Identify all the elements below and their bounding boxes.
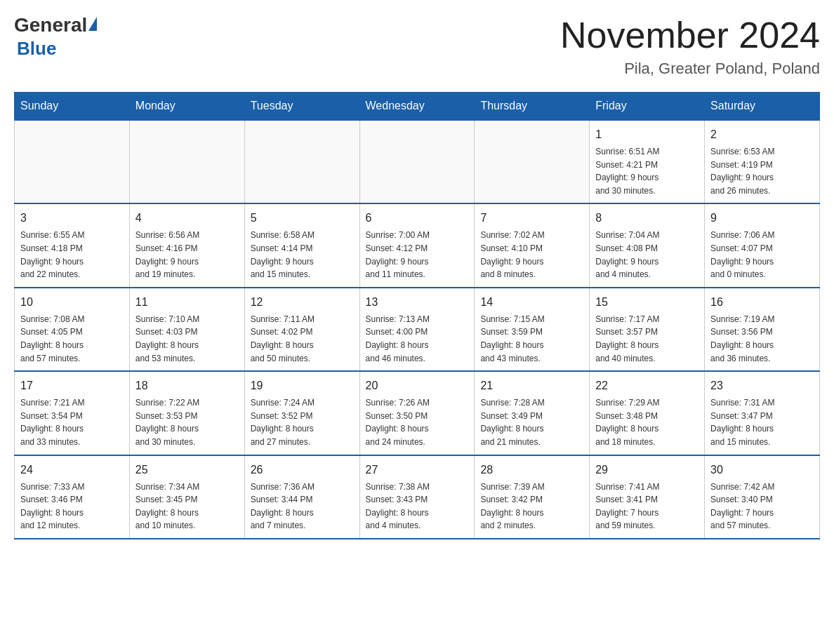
calendar-cell: 14Sunrise: 7:15 AM Sunset: 3:59 PM Dayli…: [475, 288, 590, 371]
day-info: Sunrise: 6:58 AM Sunset: 4:14 PM Dayligh…: [251, 229, 354, 281]
calendar-table: SundayMondayTuesdayWednesdayThursdayFrid…: [14, 92, 820, 539]
calendar-cell: [359, 120, 475, 203]
day-info: Sunrise: 7:00 AM Sunset: 4:12 PM Dayligh…: [366, 229, 469, 281]
calendar-cell: 1Sunrise: 6:51 AM Sunset: 4:21 PM Daylig…: [590, 120, 705, 203]
day-info: Sunrise: 6:56 AM Sunset: 4:16 PM Dayligh…: [135, 229, 239, 281]
calendar-cell: 6Sunrise: 7:00 AM Sunset: 4:12 PM Daylig…: [359, 203, 475, 287]
day-number: 9: [710, 210, 814, 227]
calendar-cell: 25Sunrise: 7:34 AM Sunset: 3:45 PM Dayli…: [129, 455, 244, 539]
day-info: Sunrise: 7:22 AM Sunset: 3:53 PM Dayligh…: [135, 396, 239, 448]
calendar-cell: 17Sunrise: 7:21 AM Sunset: 3:54 PM Dayli…: [15, 371, 130, 455]
calendar-cell: 13Sunrise: 7:13 AM Sunset: 4:00 PM Dayli…: [359, 288, 475, 371]
day-number: 5: [251, 210, 354, 227]
day-info: Sunrise: 7:24 AM Sunset: 3:52 PM Dayligh…: [251, 396, 354, 448]
day-info: Sunrise: 7:17 AM Sunset: 3:57 PM Dayligh…: [595, 313, 699, 365]
calendar-cell: 2Sunrise: 6:53 AM Sunset: 4:19 PM Daylig…: [705, 120, 820, 203]
calendar-cell: 23Sunrise: 7:31 AM Sunset: 3:47 PM Dayli…: [705, 371, 820, 455]
day-number: 26: [251, 462, 354, 478]
month-title: November 2024: [560, 14, 820, 56]
day-info: Sunrise: 6:55 AM Sunset: 4:18 PM Dayligh…: [20, 229, 124, 281]
day-number: 29: [595, 462, 699, 478]
weekday-header-friday: Friday: [590, 93, 705, 121]
week-row-1: 1Sunrise: 6:51 AM Sunset: 4:21 PM Daylig…: [15, 120, 820, 203]
logo: General Blue: [14, 14, 97, 60]
calendar-cell: 15Sunrise: 7:17 AM Sunset: 3:57 PM Dayli…: [590, 288, 705, 371]
calendar-cell: 21Sunrise: 7:28 AM Sunset: 3:49 PM Dayli…: [475, 371, 590, 455]
day-info: Sunrise: 7:13 AM Sunset: 4:00 PM Dayligh…: [366, 313, 469, 365]
day-number: 25: [135, 462, 239, 478]
calendar-cell: 20Sunrise: 7:26 AM Sunset: 3:50 PM Dayli…: [359, 371, 475, 455]
day-info: Sunrise: 7:28 AM Sunset: 3:49 PM Dayligh…: [480, 396, 583, 448]
day-number: 12: [251, 294, 354, 311]
day-info: Sunrise: 7:33 AM Sunset: 3:46 PM Dayligh…: [20, 481, 124, 532]
day-info: Sunrise: 7:38 AM Sunset: 3:43 PM Dayligh…: [366, 481, 469, 532]
day-info: Sunrise: 7:29 AM Sunset: 3:48 PM Dayligh…: [595, 396, 699, 448]
day-info: Sunrise: 7:19 AM Sunset: 3:56 PM Dayligh…: [710, 313, 814, 365]
logo-general-text: General: [14, 14, 87, 36]
day-number: 14: [480, 294, 583, 311]
day-number: 20: [366, 377, 469, 394]
calendar-cell: [244, 120, 359, 203]
calendar-cell: 4Sunrise: 6:56 AM Sunset: 4:16 PM Daylig…: [129, 203, 244, 287]
logo-blue-text: Blue: [17, 38, 56, 60]
day-number: 2: [710, 126, 814, 143]
weekday-header-row: SundayMondayTuesdayWednesdayThursdayFrid…: [15, 93, 820, 121]
week-row-3: 10Sunrise: 7:08 AM Sunset: 4:05 PM Dayli…: [15, 288, 820, 371]
day-number: 17: [20, 377, 124, 394]
location-label: Pila, Greater Poland, Poland: [560, 60, 820, 78]
calendar-cell: 19Sunrise: 7:24 AM Sunset: 3:52 PM Dayli…: [244, 371, 359, 455]
day-number: 15: [595, 294, 699, 311]
week-row-2: 3Sunrise: 6:55 AM Sunset: 4:18 PM Daylig…: [15, 203, 820, 287]
day-number: 7: [480, 210, 583, 227]
day-info: Sunrise: 7:08 AM Sunset: 4:05 PM Dayligh…: [20, 313, 124, 365]
day-number: 13: [366, 294, 469, 311]
day-number: 18: [135, 377, 239, 394]
day-number: 4: [135, 210, 239, 227]
day-info: Sunrise: 7:15 AM Sunset: 3:59 PM Dayligh…: [480, 313, 583, 365]
weekday-header-tuesday: Tuesday: [244, 93, 359, 121]
calendar-cell: 7Sunrise: 7:02 AM Sunset: 4:10 PM Daylig…: [475, 203, 590, 287]
calendar-cell: 18Sunrise: 7:22 AM Sunset: 3:53 PM Dayli…: [129, 371, 244, 455]
calendar-cell: 9Sunrise: 7:06 AM Sunset: 4:07 PM Daylig…: [705, 203, 820, 287]
weekday-header-sunday: Sunday: [15, 93, 130, 121]
calendar-cell: 16Sunrise: 7:19 AM Sunset: 3:56 PM Dayli…: [705, 288, 820, 371]
day-number: 11: [135, 294, 239, 311]
calendar-cell: 28Sunrise: 7:39 AM Sunset: 3:42 PM Dayli…: [475, 455, 590, 539]
weekday-header-thursday: Thursday: [475, 93, 590, 121]
weekday-header-monday: Monday: [129, 93, 244, 121]
day-info: Sunrise: 6:53 AM Sunset: 4:19 PM Dayligh…: [710, 145, 814, 197]
day-info: Sunrise: 7:26 AM Sunset: 3:50 PM Dayligh…: [366, 396, 469, 448]
day-info: Sunrise: 7:34 AM Sunset: 3:45 PM Dayligh…: [135, 481, 239, 532]
day-number: 24: [20, 462, 124, 478]
day-info: Sunrise: 7:11 AM Sunset: 4:02 PM Dayligh…: [251, 313, 354, 365]
day-info: Sunrise: 7:39 AM Sunset: 3:42 PM Dayligh…: [480, 481, 583, 532]
day-number: 6: [366, 210, 469, 227]
day-info: Sunrise: 7:10 AM Sunset: 4:03 PM Dayligh…: [135, 313, 239, 365]
weekday-header-wednesday: Wednesday: [359, 93, 475, 121]
title-section: November 2024 Pila, Greater Poland, Pola…: [560, 14, 820, 78]
calendar-cell: 29Sunrise: 7:41 AM Sunset: 3:41 PM Dayli…: [590, 455, 705, 539]
calendar-cell: 3Sunrise: 6:55 AM Sunset: 4:18 PM Daylig…: [15, 203, 130, 287]
calendar-cell: 10Sunrise: 7:08 AM Sunset: 4:05 PM Dayli…: [15, 288, 130, 371]
week-row-5: 24Sunrise: 7:33 AM Sunset: 3:46 PM Dayli…: [15, 455, 820, 539]
day-number: 19: [251, 377, 354, 394]
calendar-cell: 12Sunrise: 7:11 AM Sunset: 4:02 PM Dayli…: [244, 288, 359, 371]
day-info: Sunrise: 7:21 AM Sunset: 3:54 PM Dayligh…: [20, 396, 124, 448]
calendar-cell: [15, 120, 130, 203]
day-info: Sunrise: 7:06 AM Sunset: 4:07 PM Dayligh…: [710, 229, 814, 281]
page-header: General Blue November 2024 Pila, Greater…: [14, 14, 820, 78]
day-number: 3: [20, 210, 124, 227]
logo-triangle-icon: [88, 17, 97, 31]
day-number: 27: [366, 462, 469, 478]
calendar-cell: 11Sunrise: 7:10 AM Sunset: 4:03 PM Dayli…: [129, 288, 244, 371]
day-number: 16: [710, 294, 814, 311]
weekday-header-saturday: Saturday: [705, 93, 820, 121]
calendar-cell: [475, 120, 590, 203]
day-number: 8: [595, 210, 699, 227]
week-row-4: 17Sunrise: 7:21 AM Sunset: 3:54 PM Dayli…: [15, 371, 820, 455]
day-number: 23: [710, 377, 814, 394]
calendar-cell: 8Sunrise: 7:04 AM Sunset: 4:08 PM Daylig…: [590, 203, 705, 287]
calendar-cell: 5Sunrise: 6:58 AM Sunset: 4:14 PM Daylig…: [244, 203, 359, 287]
day-info: Sunrise: 7:04 AM Sunset: 4:08 PM Dayligh…: [595, 229, 699, 281]
calendar-cell: 22Sunrise: 7:29 AM Sunset: 3:48 PM Dayli…: [590, 371, 705, 455]
